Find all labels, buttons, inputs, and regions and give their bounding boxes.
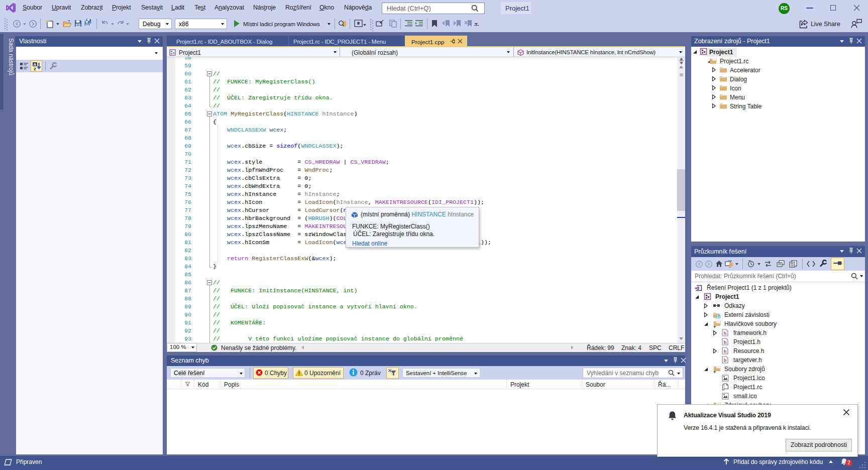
svg-text:h: h: [724, 358, 727, 363]
svg-text:Z: Z: [34, 67, 36, 70]
svg-text:A: A: [34, 62, 37, 67]
svg-text:h: h: [724, 349, 727, 354]
svg-text:h: h: [724, 331, 727, 336]
svg-text:h: h: [724, 340, 727, 345]
